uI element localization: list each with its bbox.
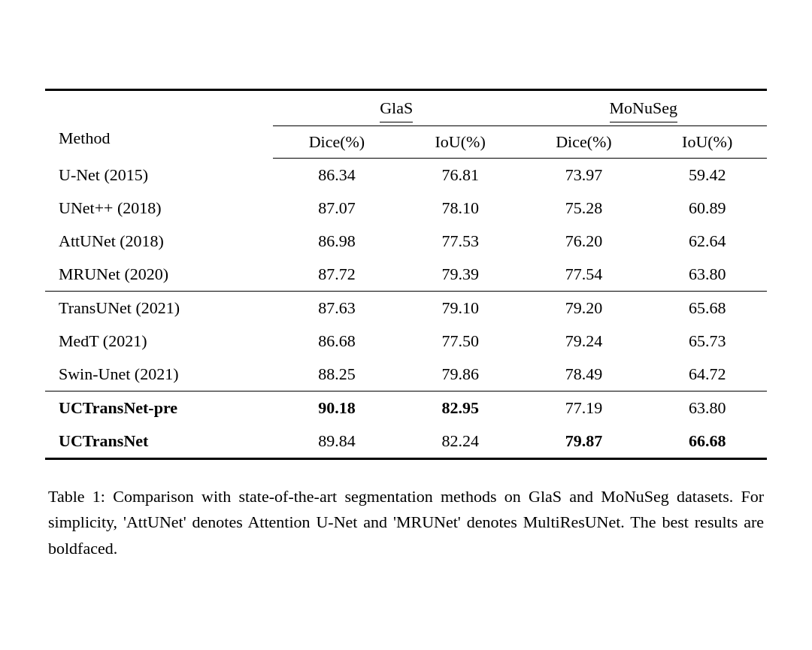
glas-iou-cell: 79.39 [401,258,520,292]
glas-iou-cell: 76.81 [401,159,520,192]
glas-iou-header: IoU(%) [401,126,520,159]
table-body: U-Net (2015)86.3476.8173.9759.42UNet++ (… [45,159,767,459]
mon-iou-cell: 65.68 [647,292,767,325]
caption-title: Table 1: [48,487,105,506]
group-header-row: Method GlaS MoNuSeg [45,90,767,126]
mon-dice-cell: 79.24 [520,325,647,358]
glas-iou-cell: 82.95 [401,392,520,425]
mon-dice-cell: 75.28 [520,192,647,225]
glas-iou-cell: 79.10 [401,292,520,325]
mon-iou-cell: 65.73 [647,325,767,358]
glas-dice-cell: 89.84 [273,425,401,459]
mon-dice-cell: 77.54 [520,258,647,292]
table-row: U-Net (2015)86.3476.8173.9759.42 [45,159,767,192]
method-cell: Swin-Unet (2021) [45,358,273,392]
glas-dice-cell: 86.98 [273,225,401,258]
glas-iou-cell: 82.24 [401,425,520,459]
table-row: UCTransNet89.8482.2479.8766.68 [45,425,767,459]
glas-dice-cell: 90.18 [273,392,401,425]
page-container: Method GlaS MoNuSeg Dice(%) IoU(%) Dice(… [45,89,767,561]
table-row: TransUNet (2021)87.6379.1079.2065.68 [45,292,767,325]
method-cell: U-Net (2015) [45,159,273,192]
glas-iou-cell: 77.50 [401,325,520,358]
table-row: AttUNet (2018)86.9877.5376.2062.64 [45,225,767,258]
monuseg-group-header: MoNuSeg [520,90,767,126]
mon-iou-cell: 59.42 [647,159,767,192]
mon-iou-cell: 62.64 [647,225,767,258]
mon-dice-cell: 73.97 [520,159,647,192]
table-row: UNet++ (2018)87.0778.1075.2860.89 [45,192,767,225]
mon-iou-cell: 63.80 [647,258,767,292]
glas-dice-cell: 87.07 [273,192,401,225]
table-row: UCTransNet-pre90.1882.9577.1963.80 [45,392,767,425]
glas-group-header: GlaS [273,90,520,126]
method-header-empty: Method [45,90,273,159]
mon-dice-cell: 77.19 [520,392,647,425]
table-caption: Table 1: Comparison with state-of-the-ar… [45,484,767,561]
glas-iou-cell: 77.53 [401,225,520,258]
monuseg-iou-header: IoU(%) [647,126,767,159]
glas-dice-cell: 87.72 [273,258,401,292]
mon-iou-cell: 66.68 [647,425,767,459]
mon-dice-cell: 78.49 [520,358,647,392]
glas-dice-cell: 86.68 [273,325,401,358]
results-table: Method GlaS MoNuSeg Dice(%) IoU(%) Dice(… [45,89,767,460]
table-row: Swin-Unet (2021)88.2579.8678.4964.72 [45,358,767,392]
method-cell: UCTransNet-pre [45,392,273,425]
mon-dice-cell: 79.87 [520,425,647,459]
table-row: MedT (2021)86.6877.5079.2465.73 [45,325,767,358]
table-row: MRUNet (2020)87.7279.3977.5463.80 [45,258,767,292]
monuseg-dice-header: Dice(%) [520,126,647,159]
glas-dice-header: Dice(%) [273,126,401,159]
method-cell: TransUNet (2021) [45,292,273,325]
glas-dice-cell: 88.25 [273,358,401,392]
mon-iou-cell: 64.72 [647,358,767,392]
mon-dice-cell: 76.20 [520,225,647,258]
glas-iou-cell: 79.86 [401,358,520,392]
glas-dice-cell: 87.63 [273,292,401,325]
method-cell: AttUNet (2018) [45,225,273,258]
method-cell: UCTransNet [45,425,273,459]
caption-text: Comparison with state-of-the-art segment… [48,487,764,557]
mon-iou-cell: 63.80 [647,392,767,425]
method-cell: MRUNet (2020) [45,258,273,292]
glas-iou-cell: 78.10 [401,192,520,225]
method-cell: MedT (2021) [45,325,273,358]
mon-dice-cell: 79.20 [520,292,647,325]
mon-iou-cell: 60.89 [647,192,767,225]
method-cell: UNet++ (2018) [45,192,273,225]
glas-dice-cell: 86.34 [273,159,401,192]
